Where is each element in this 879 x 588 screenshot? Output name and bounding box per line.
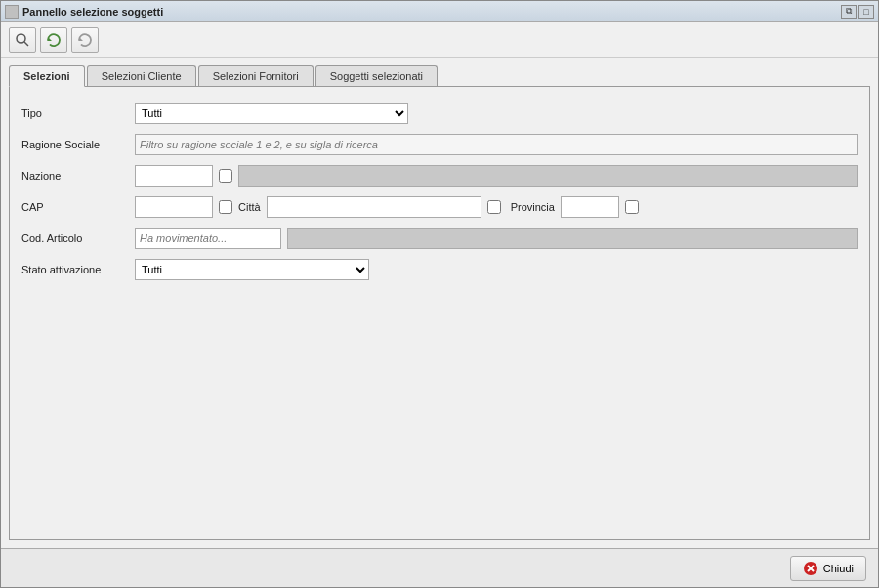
- cap-label: CAP: [21, 201, 129, 213]
- toolbar: [1, 22, 878, 58]
- window-icon: [5, 5, 19, 19]
- cap-checkbox[interactable]: [219, 200, 232, 214]
- close-label: Chiudi: [823, 563, 854, 574]
- tabs-bar: Selezioni Selezioni Cliente Selezioni Fo…: [9, 65, 870, 87]
- close-icon: [803, 561, 818, 576]
- cod-articolo-input[interactable]: [135, 228, 281, 249]
- cod-articolo-row: Cod. Articolo: [21, 228, 858, 249]
- title-bar: Pannello selezione soggetti ⧉ □: [1, 1, 878, 22]
- tab-selezioni[interactable]: Selezioni: [9, 65, 85, 87]
- citta-input[interactable]: [267, 196, 481, 218]
- nazione-row: Nazione: [21, 165, 858, 187]
- svg-line-1: [24, 42, 28, 46]
- provincia-checkbox[interactable]: [625, 200, 639, 214]
- bottom-bar: Chiudi: [1, 548, 878, 587]
- refresh-icon: [46, 32, 62, 48]
- refresh2-button[interactable]: [71, 27, 99, 53]
- restore-button[interactable]: ⧉: [841, 5, 857, 19]
- stato-attivazione-select[interactable]: Tutti Attivo Non attivo: [135, 259, 369, 280]
- nazione-label: Nazione: [21, 170, 129, 182]
- close-button[interactable]: Chiudi: [790, 556, 866, 581]
- tab-selezioni-cliente[interactable]: Selezioni Cliente: [87, 65, 196, 86]
- tipo-select[interactable]: Tutti Cliente Fornitore Agente: [135, 103, 408, 124]
- refresh2-icon: [77, 32, 93, 48]
- provincia-label: Provincia: [511, 201, 555, 213]
- stato-attivazione-row: Stato attivazione Tutti Attivo Non attiv…: [21, 259, 858, 280]
- ragione-sociale-input[interactable]: [135, 134, 858, 155]
- ragione-sociale-row: Ragione Sociale: [21, 134, 858, 155]
- cap-input[interactable]: [135, 196, 213, 218]
- provincia-input[interactable]: [561, 196, 619, 218]
- nazione-checkbox[interactable]: [219, 169, 232, 183]
- svg-marker-3: [79, 37, 83, 41]
- cod-articolo-label: Cod. Articolo: [21, 232, 129, 244]
- refresh-button[interactable]: [40, 27, 67, 53]
- nazione-input[interactable]: [135, 165, 213, 187]
- tab-selezioni-fornitori[interactable]: Selezioni Fornitori: [198, 65, 314, 86]
- cod-articolo-gray-box: [287, 228, 858, 249]
- svg-point-0: [17, 34, 25, 43]
- tipo-label: Tipo: [21, 107, 129, 119]
- citta-checkbox[interactable]: [487, 200, 501, 214]
- window-title: Pannello selezione soggetti: [22, 6, 163, 18]
- stato-attivazione-label: Stato attivazione: [21, 264, 129, 275]
- ragione-sociale-label: Ragione Sociale: [21, 139, 129, 150]
- maximize-button[interactable]: □: [858, 5, 874, 19]
- cap-citta-provincia-row: CAP Città Provincia: [21, 196, 858, 218]
- tipo-row: Tipo Tutti Cliente Fornitore Agente: [21, 103, 858, 124]
- search-icon: [15, 32, 30, 48]
- main-window: Pannello selezione soggetti ⧉ □: [0, 0, 879, 588]
- title-buttons: ⧉ □: [841, 5, 874, 19]
- nazione-gray-box: [238, 165, 858, 187]
- tab-soggetti-selezionati[interactable]: Soggetti selezionati: [315, 65, 438, 86]
- search-button[interactable]: [9, 27, 36, 53]
- content-area: Selezioni Selezioni Cliente Selezioni Fo…: [1, 58, 878, 548]
- title-bar-left: Pannello selezione soggetti: [5, 5, 163, 19]
- tab-content-selezioni: Tipo Tutti Cliente Fornitore Agente Ragi…: [9, 87, 870, 540]
- citta-label: Città: [238, 201, 261, 213]
- svg-marker-2: [48, 37, 52, 41]
